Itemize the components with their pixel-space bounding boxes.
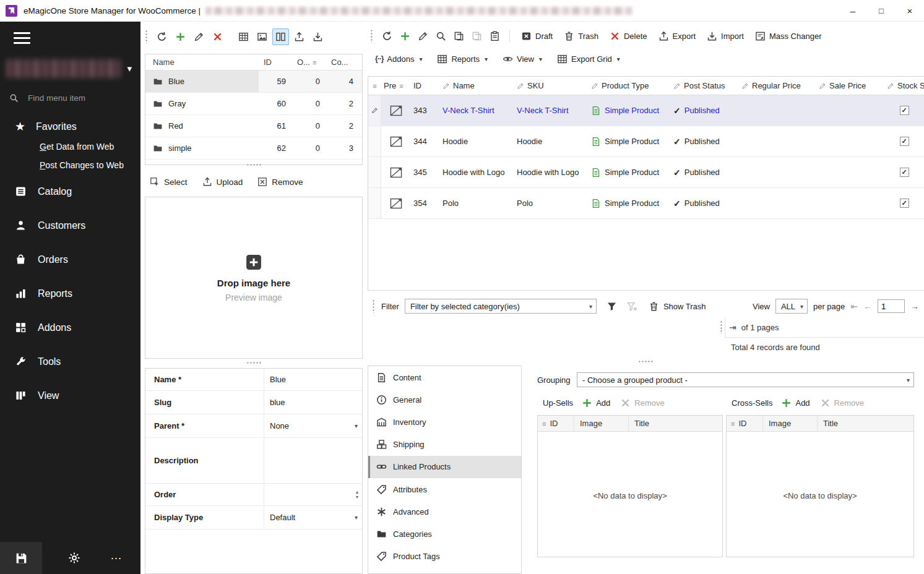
- tab-linked-products[interactable]: Linked Products: [368, 456, 521, 478]
- column-image[interactable]: Image: [580, 419, 602, 428]
- toolbar-grip[interactable]: [720, 320, 723, 334]
- select-image-button[interactable]: Select: [150, 177, 188, 187]
- sidebar-item-customers[interactable]: Customers: [0, 208, 140, 242]
- tab-product-tags[interactable]: Product Tags: [368, 546, 521, 568]
- export-grid-menu-button[interactable]: Export Grid ▾: [552, 50, 625, 67]
- minimize-button[interactable]: –: [839, 0, 867, 21]
- paste-special-button[interactable]: [486, 28, 503, 45]
- sidebar-item-tools[interactable]: Tools: [0, 345, 140, 379]
- import-categories-button[interactable]: [309, 28, 326, 45]
- tab-categories[interactable]: Categories: [368, 523, 521, 545]
- category-row[interactable]: simple 62 0 3: [145, 137, 362, 160]
- column-title[interactable]: Title: [823, 419, 838, 428]
- delete-category-button[interactable]: [209, 28, 226, 45]
- add-category-button[interactable]: [172, 28, 189, 45]
- column-id[interactable]: ID: [413, 81, 421, 90]
- splitter-grip[interactable]: [246, 163, 262, 166]
- stock-status-checkbox[interactable]: ✓: [900, 168, 909, 177]
- export-button[interactable]: Export: [654, 27, 701, 45]
- sidebar-item-reports[interactable]: Reports: [0, 276, 140, 311]
- product-row[interactable]: 344 Hoodie Hoodie Simple Product ✓Publis…: [368, 126, 924, 157]
- image-view-button[interactable]: [254, 28, 270, 45]
- column-regular-price[interactable]: Regular Price: [752, 81, 801, 90]
- edit-product-button[interactable]: [415, 28, 431, 45]
- product-name-link[interactable]: V-Neck T-Shirt: [440, 106, 514, 115]
- sidebar-item-addons[interactable]: Addons: [0, 311, 140, 345]
- settings-button[interactable]: [68, 552, 80, 564]
- mass-changer-button[interactable]: Mass Changer: [750, 27, 827, 45]
- toolbar-grip[interactable]: [370, 29, 373, 43]
- product-name-link[interactable]: Hoodie: [440, 137, 514, 146]
- copy-product-button[interactable]: [451, 28, 467, 45]
- refresh-categories-button[interactable]: [153, 28, 170, 45]
- maximize-button[interactable]: □: [867, 0, 896, 21]
- product-name-link[interactable]: Hoodie with Logo: [440, 168, 514, 177]
- tab-inventory[interactable]: Inventory: [368, 411, 521, 433]
- column-stock-status[interactable]: Stock Sta...: [897, 81, 924, 90]
- chevron-down-icon[interactable]: ▾: [355, 422, 358, 429]
- splitter-grip[interactable]: [638, 360, 654, 363]
- paste-product-button[interactable]: [468, 28, 485, 45]
- upload-image-button[interactable]: Upload: [202, 177, 243, 187]
- category-row[interactable]: Blue 59 0 4: [145, 71, 362, 93]
- column-product-name[interactable]: Name: [453, 81, 475, 90]
- menu-search-input[interactable]: [27, 93, 119, 103]
- next-page-button[interactable]: →: [910, 301, 919, 311]
- sidebar-item-view[interactable]: View: [0, 379, 140, 413]
- add-product-button[interactable]: [397, 28, 413, 45]
- stock-status-checkbox[interactable]: ✓: [900, 199, 909, 208]
- column-sku[interactable]: SKU: [527, 81, 544, 90]
- product-row[interactable]: 345 Hoodie with Logo Hoodie with Logo Si…: [368, 157, 924, 188]
- column-count[interactable]: Co...: [331, 58, 348, 67]
- grouped-product-select[interactable]: - Choose a grouped product - ▾: [577, 372, 914, 387]
- first-page-button[interactable]: ⇤: [850, 301, 858, 311]
- column-id[interactable]: ID: [264, 58, 272, 67]
- sidebar-item-orders[interactable]: Orders: [0, 242, 140, 276]
- tab-shipping[interactable]: Shipping: [368, 434, 521, 456]
- column-name[interactable]: Name: [153, 58, 175, 67]
- display-type-select[interactable]: Default: [270, 513, 295, 522]
- per-page-select[interactable]: ALL ▾: [775, 299, 808, 314]
- spinner-down-icon[interactable]: ▾: [356, 495, 358, 499]
- hamburger-menu-button[interactable]: [14, 32, 30, 44]
- parent-select[interactable]: None: [270, 421, 289, 430]
- splitter-grip[interactable]: [246, 361, 262, 364]
- draft-button[interactable]: Draft: [516, 27, 558, 45]
- product-row[interactable]: 354 Polo Polo Simple Product ✓Published …: [368, 188, 924, 219]
- tab-content[interactable]: Content: [368, 366, 521, 388]
- view-menu-button[interactable]: View ▾: [498, 50, 547, 67]
- edit-category-button[interactable]: [191, 28, 207, 45]
- chevron-down-icon[interactable]: ▾: [355, 514, 358, 521]
- column-image[interactable]: Image: [769, 419, 791, 428]
- show-trash-button[interactable]: Show Trash: [649, 301, 706, 312]
- export-categories-button[interactable]: [291, 28, 308, 45]
- upsells-remove-button[interactable]: Remove: [620, 398, 664, 408]
- product-sku-link[interactable]: V-Neck T-Shirt: [514, 106, 589, 115]
- category-row[interactable]: Gray 60 0 2: [145, 93, 362, 115]
- addons-menu-button[interactable]: {··} Addons ▾: [370, 50, 427, 67]
- product-row[interactable]: 343 V-Neck T-Shirt V-Neck T-Shirt Simple…: [368, 95, 924, 126]
- search-products-button[interactable]: [433, 28, 449, 45]
- apply-filter-button[interactable]: [607, 301, 617, 312]
- category-filter-select[interactable]: Filter by selected category(ies) ▾: [405, 299, 597, 314]
- remove-image-button[interactable]: Remove: [257, 177, 303, 187]
- delete-product-button[interactable]: Delete: [605, 27, 652, 45]
- category-row[interactable]: Red 61 0 2: [145, 115, 362, 137]
- sidebar-item-get-data[interactable]: Get Data from Web: [0, 137, 140, 156]
- stock-status-checkbox[interactable]: ✓: [900, 137, 909, 146]
- crosssells-remove-button[interactable]: Remove: [820, 398, 864, 408]
- toolbar-grip[interactable]: [145, 30, 148, 43]
- close-button[interactable]: ×: [896, 0, 924, 21]
- upsells-add-button[interactable]: Add: [582, 398, 610, 408]
- page-number-input[interactable]: [878, 299, 905, 313]
- column-id[interactable]: ID: [550, 419, 558, 428]
- save-button[interactable]: [0, 542, 42, 574]
- stock-status-checkbox[interactable]: ✓: [900, 106, 909, 115]
- column-post-status[interactable]: Post Status: [684, 81, 725, 90]
- tab-advanced[interactable]: Advanced: [368, 500, 521, 523]
- crosssells-add-button[interactable]: Add: [781, 398, 810, 408]
- previous-page-button[interactable]: ←: [863, 301, 872, 311]
- trash-button[interactable]: Trash: [559, 27, 603, 45]
- sidebar-item-post-changes[interactable]: Post Changes to Web: [0, 156, 140, 174]
- column-title[interactable]: Title: [634, 419, 649, 428]
